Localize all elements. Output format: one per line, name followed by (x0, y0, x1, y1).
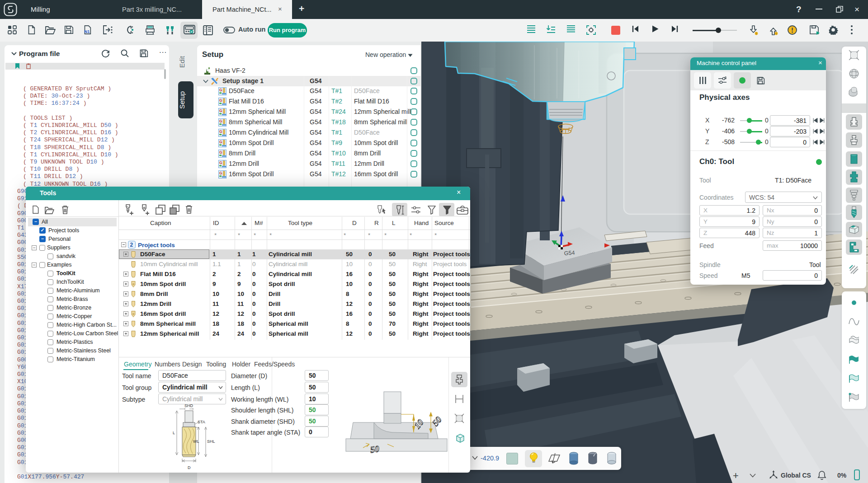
svg-text:50: 50 (369, 444, 380, 455)
svg-text:!: ! (756, 32, 757, 35)
svg-text:G: G (219, 171, 222, 175)
svg-text:G: G (219, 140, 222, 144)
svg-text:!: ! (776, 32, 777, 35)
svg-text:SHD: SHD (184, 404, 193, 408)
svg-text:SHL: SHL (207, 439, 215, 444)
svg-text:D: D (188, 465, 191, 470)
svg-text:L: L (173, 431, 175, 435)
svg-text:G: G (219, 160, 222, 165)
svg-text:2: 2 (130, 242, 133, 248)
svg-text:G: G (219, 150, 222, 155)
svg-text:N1: N1 (85, 29, 90, 34)
svg-text:G: G (219, 129, 222, 134)
svg-text:G: G (219, 88, 222, 92)
svg-text:G: G (219, 108, 222, 113)
svg-text:STA: STA (198, 420, 205, 424)
svg-text:G: G (219, 119, 222, 123)
svg-text:G54: G54 (564, 249, 575, 257)
svg-text:WL: WL (193, 439, 199, 444)
svg-text:G: G (219, 98, 222, 103)
